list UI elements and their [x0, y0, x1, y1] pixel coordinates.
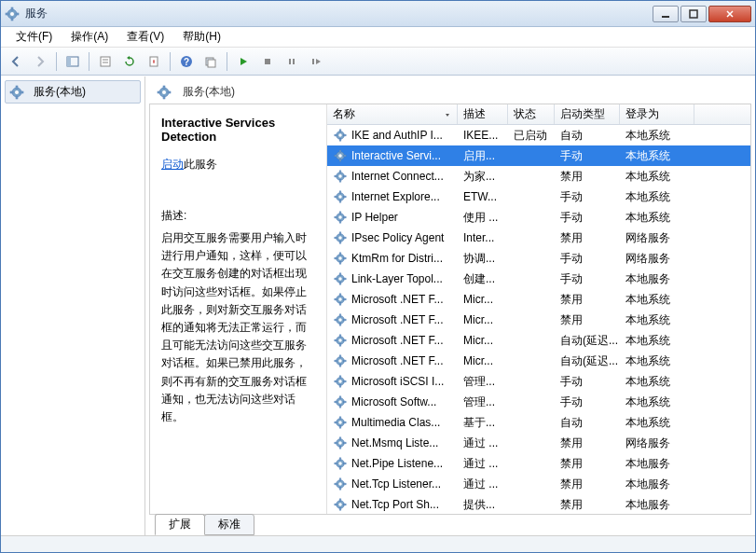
cell-startup: 手动 — [555, 269, 620, 289]
svg-rect-10 — [101, 57, 110, 66]
service-row[interactable]: Internet Connect...为家...禁用本地系统 — [327, 166, 750, 187]
cell-startup: 禁用 — [555, 310, 620, 330]
content-area: 服务(本地) 服务(本地) Interactive Services Detec… — [1, 76, 755, 535]
service-icon — [333, 251, 348, 266]
close-button[interactable] — [708, 6, 751, 22]
titlebar[interactable]: 服务 — [1, 1, 755, 27]
service-icon — [333, 230, 348, 245]
minimize-button[interactable] — [653, 6, 679, 22]
start-service-button[interactable] — [232, 50, 254, 73]
service-row[interactable]: Net.Tcp Listener...通过 ...禁用本地服务 — [327, 474, 750, 494]
column-name[interactable]: 名称 — [327, 104, 458, 124]
cell-name: Net.Tcp Listener... — [327, 474, 458, 494]
service-row[interactable]: Net.Tcp Port Sh...提供...禁用本地服务 — [327, 494, 750, 514]
cell-startup: 禁用 — [555, 228, 620, 248]
cell-name: IPsec Policy Agent — [327, 228, 458, 248]
service-row[interactable]: Net.Pipe Listene...通过 ...禁用本地服务 — [327, 453, 750, 474]
service-row[interactable]: Microsoft Softw...管理...手动本地系统 — [327, 392, 750, 412]
cell-desc: Micr... — [458, 330, 508, 351]
service-row[interactable]: Microsoft iSCSI I...管理...手动本地系统 — [327, 371, 750, 392]
menu-file[interactable]: 文件(F) — [7, 27, 62, 47]
column-startup[interactable]: 启动类型 — [555, 104, 620, 124]
cell-startup: 手动 — [555, 248, 620, 269]
cell-desc: 通过 ... — [458, 474, 508, 494]
cell-desc: 管理... — [458, 392, 508, 412]
cell-logon: 本地系统 — [620, 412, 694, 433]
service-row[interactable]: Net.Msmq Liste...通过 ...禁用网络服务 — [327, 433, 750, 453]
tab-standard[interactable]: 标准 — [204, 514, 254, 535]
cell-startup: 手动 — [555, 207, 620, 228]
cell-status — [508, 392, 555, 412]
column-status[interactable]: 状态 — [508, 104, 555, 124]
cell-startup: 手动 — [555, 187, 620, 207]
start-suffix: 此服务 — [184, 158, 217, 171]
export-button[interactable] — [143, 50, 165, 73]
nav-local-services[interactable]: 服务(本地) — [5, 80, 141, 104]
forward-button[interactable] — [29, 50, 51, 73]
cell-desc: 协调... — [458, 248, 508, 269]
cell-logon: 网络服务 — [620, 228, 694, 248]
menu-action[interactable]: 操作(A) — [62, 27, 117, 47]
help-button[interactable]: ? — [175, 50, 198, 73]
cell-startup: 自动 — [555, 125, 620, 145]
statusbar — [1, 535, 755, 552]
cell-logon: 本地系统 — [620, 371, 694, 392]
maximize-button[interactable] — [680, 6, 707, 22]
start-service-row: 启动此服务 — [161, 157, 315, 173]
cell-desc: 管理... — [458, 371, 508, 392]
start-service-link[interactable]: 启动 — [161, 158, 184, 171]
tab-extended[interactable]: 扩展 — [155, 514, 205, 535]
action-button[interactable] — [199, 50, 222, 73]
navigation-pane: 服务(本地) — [1, 76, 145, 535]
column-description[interactable]: 描述 — [458, 104, 508, 124]
cell-name: Interactive Servi... — [327, 145, 458, 166]
cell-status: 已启动 — [508, 125, 555, 145]
stop-service-button[interactable] — [256, 50, 279, 73]
service-row[interactable]: Link-Layer Topol...创建...手动本地服务 — [327, 269, 750, 289]
description-label: 描述: — [161, 208, 315, 224]
cell-desc: Micr... — [458, 351, 508, 371]
column-logon[interactable]: 登录为 — [620, 104, 694, 124]
cell-startup: 禁用 — [555, 433, 620, 453]
service-row[interactable]: Microsoft .NET F...Micr...禁用本地系统 — [327, 310, 750, 330]
cell-startup: 禁用 — [555, 289, 620, 310]
cell-name: Net.Tcp Port Sh... — [327, 494, 458, 514]
properties-button[interactable] — [94, 50, 117, 73]
service-row[interactable]: Internet Explore...ETW...手动本地系统 — [327, 187, 750, 207]
menu-help[interactable]: 帮助(H) — [173, 27, 230, 47]
services-icon — [157, 85, 172, 100]
back-button[interactable] — [5, 50, 27, 73]
show-hide-tree-button[interactable] — [62, 50, 84, 73]
toolbar-separator — [89, 52, 89, 71]
restart-service-button[interactable] — [305, 50, 327, 73]
svg-rect-6 — [662, 16, 669, 18]
service-row[interactable]: Multimedia Clas...基于...自动本地系统 — [327, 412, 750, 433]
service-row[interactable]: IKE and AuthIP I...IKEE...已启动自动本地系统 — [327, 125, 750, 145]
cell-status — [508, 310, 555, 330]
toolbar-separator — [56, 52, 57, 71]
cell-startup: 自动(延迟... — [555, 330, 620, 351]
service-row[interactable]: Interactive Servi...启用...手动本地系统 — [327, 145, 750, 166]
service-row[interactable]: IP Helper使用 ...手动本地系统 — [327, 207, 750, 228]
list-body[interactable]: IKE and AuthIP I...IKEE...已启动自动本地系统Inter… — [327, 125, 750, 514]
pause-service-button[interactable] — [281, 50, 303, 73]
service-row[interactable]: Microsoft .NET F...Micr...自动(延迟...本地系统 — [327, 330, 750, 351]
body-split: Interactive Services Detection 启动此服务 描述:… — [149, 104, 751, 515]
cell-name: Microsoft .NET F... — [327, 310, 458, 330]
cell-logon: 本地服务 — [620, 269, 694, 289]
cell-startup: 禁用 — [555, 474, 620, 494]
cell-status — [508, 433, 555, 453]
toolbar-separator — [170, 52, 171, 71]
refresh-button[interactable] — [118, 50, 141, 73]
cell-status — [508, 351, 555, 371]
service-icon — [333, 456, 348, 471]
service-icon — [333, 189, 348, 204]
service-row[interactable]: Microsoft .NET F...Micr...禁用本地系统 — [327, 289, 750, 310]
cell-desc: 使用 ... — [458, 207, 508, 228]
service-icon — [333, 333, 348, 348]
service-row[interactable]: Microsoft .NET F...Micr...自动(延迟...本地系统 — [327, 351, 750, 371]
menu-view[interactable]: 查看(V) — [117, 27, 173, 47]
service-row[interactable]: IPsec Policy AgentInter...禁用网络服务 — [327, 228, 750, 248]
window-title: 服务 — [25, 6, 653, 21]
service-row[interactable]: KtmRm for Distri...协调...手动网络服务 — [327, 248, 750, 269]
